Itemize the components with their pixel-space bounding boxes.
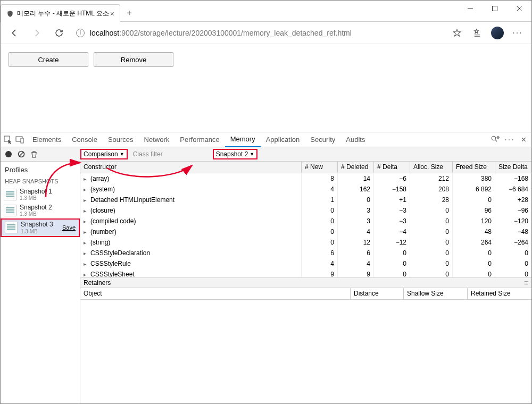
back-button[interactable]	[5, 23, 24, 43]
expand-icon[interactable]: ▸	[84, 240, 89, 246]
expand-icon[interactable]: ▸	[84, 229, 89, 235]
table-row[interactable]: ▸Detached HTMLInputElement 10+1 280+28	[80, 195, 531, 205]
inspect-element-icon[interactable]	[4, 136, 12, 144]
snapshot-icon	[5, 222, 18, 233]
col-new[interactable]: # New	[302, 162, 338, 173]
snapshot-item[interactable]: Snapshot 2 1.3 MB	[1, 203, 80, 218]
constructor-name: (system)	[90, 186, 115, 193]
table-row[interactable]: ▸(compiled code) 03−3 0120−120	[80, 216, 531, 226]
table-row[interactable]: ▸(string) 012−12 0264−264	[80, 237, 531, 248]
expand-icon[interactable]: ▸	[84, 176, 89, 182]
browser-tab[interactable]: 메모리 누수 - 새로운 HTML 요소 ×	[1, 4, 120, 22]
url-path: :9002/storage/lecture/202003100001/memor…	[119, 29, 352, 37]
ret-col-distance[interactable]: Distance	[351, 288, 404, 299]
snapshot-icon	[4, 205, 16, 216]
profile-avatar[interactable]	[491, 27, 504, 39]
minimize-button[interactable]	[458, 1, 483, 16]
snapshot-item[interactable]: Snapshot 3 1.3 MB Save	[1, 218, 80, 237]
ret-col-object[interactable]: Object	[80, 288, 351, 299]
constructor-name: (compiled code)	[90, 217, 136, 225]
expand-icon[interactable]: ▸	[84, 187, 89, 192]
table-row[interactable]: ▸(number) 04−4 048−48	[80, 226, 531, 237]
devtools-tab-audits[interactable]: Audits	[340, 132, 370, 147]
col-freed[interactable]: Freed Size	[453, 162, 495, 173]
snapshot-save-link[interactable]: Save	[62, 224, 76, 231]
expand-icon[interactable]: ▸	[84, 197, 89, 203]
devtools-panel: ElementsConsoleSourcesNetworkPerformance…	[1, 132, 531, 403]
close-window-button[interactable]	[507, 1, 531, 16]
col-constructor[interactable]: Constructor	[80, 162, 302, 173]
svg-point-6	[5, 151, 12, 157]
devtools-tab-application[interactable]: Application	[261, 132, 305, 147]
devtools-tab-console[interactable]: Console	[66, 132, 103, 147]
expand-icon[interactable]: ▸	[84, 272, 89, 277]
table-row[interactable]: ▸(closure) 03−3 096−96	[80, 205, 531, 216]
devtools-tab-elements[interactable]: Elements	[27, 132, 66, 147]
retainers-menu-icon[interactable]: ≡	[524, 279, 528, 287]
create-button[interactable]: Create	[9, 52, 88, 67]
clear-icon[interactable]	[18, 150, 25, 158]
devtools-more-icon[interactable]: ···	[504, 135, 514, 145]
col-deleted[interactable]: # Deleted	[338, 162, 374, 173]
constructor-name: (number)	[90, 228, 117, 235]
url-host: localhost	[90, 29, 119, 37]
tab-close-icon[interactable]: ×	[110, 10, 114, 18]
snapshot-name: Snapshot 1	[20, 188, 52, 195]
new-tab-button[interactable]: ＋	[120, 4, 138, 22]
ret-col-retained[interactable]: Retained Size	[468, 288, 531, 299]
titlebar: 메모리 누수 - 새로운 HTML 요소 × ＋	[1, 1, 531, 22]
col-alloc[interactable]: Alloc. Size	[410, 162, 453, 173]
tab-icon	[6, 10, 14, 18]
table-row[interactable]: ▸CSSStyleRule 440 000	[80, 258, 531, 269]
snapshot-item[interactable]: Snapshot 1 1.3 MB	[1, 187, 80, 203]
devtools-search-icon[interactable]	[491, 135, 500, 145]
expand-icon[interactable]: ▸	[84, 218, 89, 224]
profiles-heading: Profiles	[1, 162, 80, 176]
maximize-button[interactable]	[483, 1, 507, 16]
heap-snapshots-heading: HEAP SNAPSHOTS	[1, 176, 80, 187]
page-viewport: Create Remove	[1, 44, 531, 132]
devtools-tab-network[interactable]: Network	[139, 132, 175, 147]
col-size-delta[interactable]: Size Delta	[495, 162, 531, 173]
forward-button[interactable]	[27, 23, 46, 43]
snapshot-size: 1.3 MB	[21, 229, 53, 234]
constructor-name: CSSStyleDeclaration	[90, 249, 150, 257]
constructor-name: Detached HTMLInputElement	[90, 196, 174, 204]
retainers-header[interactable]: Retainers ≡	[80, 277, 531, 288]
devtools-close-icon[interactable]: ×	[519, 135, 528, 145]
table-row[interactable]: ▸CSSStyleDeclaration 660 000	[80, 248, 531, 258]
more-menu-icon[interactable]: ···	[508, 23, 527, 43]
record-icon[interactable]	[5, 150, 12, 158]
url-input[interactable]: i localhost:9002/storage/lecture/2020031…	[72, 24, 444, 41]
table-row[interactable]: ▸(system) 4162−158 2086 892−6 684	[80, 184, 531, 195]
table-row[interactable]: ▸CSSStyleSheet 990 000	[80, 269, 531, 277]
site-info-icon[interactable]: i	[76, 29, 85, 37]
comparison-grid: Constructor # New # Deleted # Delta Allo…	[80, 162, 531, 403]
expand-icon[interactable]: ▸	[84, 250, 89, 256]
expand-icon[interactable]: ▸	[84, 261, 89, 267]
devtools-tab-sources[interactable]: Sources	[103, 132, 139, 147]
profiles-sidebar: Profiles HEAP SNAPSHOTS Snapshot 1 1.3 M…	[1, 162, 80, 403]
expand-icon[interactable]: ▸	[84, 208, 89, 214]
devtools-tab-memory[interactable]: Memory	[225, 132, 261, 147]
remove-button[interactable]: Remove	[94, 52, 173, 67]
constructor-name: (closure)	[90, 207, 115, 214]
view-select[interactable]: Comparison▼	[80, 149, 128, 159]
devtools-tab-performance[interactable]: Performance	[174, 132, 225, 147]
device-toolbar-icon[interactable]	[15, 136, 24, 144]
snapshot-size: 1.3 MB	[20, 211, 52, 217]
trash-icon[interactable]	[30, 150, 38, 158]
constructor-name: (string)	[90, 239, 110, 246]
favorite-icon[interactable]	[447, 23, 467, 43]
col-delta[interactable]: # Delta	[374, 162, 410, 173]
devtools-tab-security[interactable]: Security	[305, 132, 340, 147]
favorites-list-icon[interactable]	[468, 23, 487, 43]
refresh-button[interactable]	[49, 23, 69, 43]
base-snapshot-select[interactable]: Snapshot 2▼	[213, 149, 258, 159]
table-row[interactable]: ▸(array) 814−6 212380−168	[80, 173, 531, 184]
devtools-tabs: ElementsConsoleSourcesNetworkPerformance…	[1, 132, 531, 147]
ret-col-shallow[interactable]: Shallow Size	[404, 288, 468, 299]
svg-point-4	[492, 136, 496, 140]
svg-rect-0	[493, 6, 497, 11]
class-filter-input[interactable]: Class filter	[133, 150, 186, 158]
